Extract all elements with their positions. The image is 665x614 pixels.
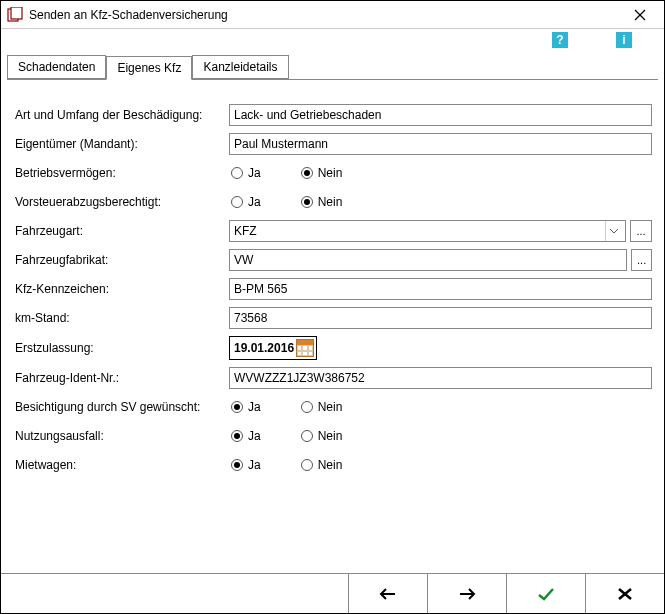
radio-lossuse-yes[interactable]: Ja [231,429,261,443]
radio-group-rental: Ja Nein [229,458,342,472]
radio-group-pretax: Ja Nein [229,195,342,209]
svg-rect-1 [11,7,22,19]
help-icon[interactable]: ? [552,32,568,48]
radio-group-lossuse: Ja Nein [229,429,342,443]
radio-lossuse-no[interactable]: Nein [301,429,343,443]
input-owner[interactable] [229,133,652,155]
radio-rental-no[interactable]: Nein [301,458,343,472]
calendar-icon[interactable] [296,339,314,357]
form-area: Art und Umfang der Beschädigung: Eigentü… [1,80,664,495]
label-inspect: Besichtigung durch SV gewünscht: [15,400,229,414]
radio-group-inspect: Ja Nein [229,400,342,414]
input-damage[interactable] [229,104,652,126]
input-km[interactable] [229,307,652,329]
footer-bar [1,573,664,613]
info-icon[interactable]: i [616,32,632,48]
radio-group-asset: Ja Nein [229,166,342,180]
input-vin[interactable] [229,367,652,389]
label-pretax: Vorsteuerabzugsberechtigt: [15,195,229,209]
label-asset: Betriebsvermögen: [15,166,229,180]
radio-inspect-yes[interactable]: Ja [231,400,261,414]
label-lossuse: Nutzungsausfall: [15,429,229,443]
label-owner: Eigentümer (Mandant): [15,137,229,151]
app-icon [7,7,23,23]
browse-make-button[interactable]: ... [631,249,652,271]
label-vtype: Fahrzeugart: [15,224,229,238]
select-vtype[interactable]: KFZ [229,220,626,242]
input-plate[interactable] [229,278,652,300]
radio-pretax-yes[interactable]: Ja [231,195,261,209]
next-button[interactable] [427,574,506,613]
label-plate: Kfz-Kennzeichen: [15,282,229,296]
label-make: Fahrzeugfabrikat: [15,253,229,267]
radio-asset-no[interactable]: Nein [301,166,343,180]
tab-schadendaten[interactable]: Schadendaten [7,55,106,79]
label-vin: Fahrzeug-Ident-Nr.: [15,371,229,385]
radio-asset-yes[interactable]: Ja [231,166,261,180]
chevron-down-icon [605,221,621,241]
select-vtype-value: KFZ [234,224,257,238]
tab-bar: Schadendaten Eigenes Kfz Kanzleidetails [1,51,664,79]
input-make[interactable] [229,249,627,271]
label-firstreg: Erstzulassung: [15,341,229,355]
cancel-button[interactable] [585,574,664,613]
radio-rental-yes[interactable]: Ja [231,458,261,472]
label-rental: Mietwagen: [15,458,229,472]
label-damage: Art und Umfang der Beschädigung: [15,108,229,122]
help-bar: ? i [1,29,664,51]
window-title: Senden an Kfz-Schadenversicherung [29,8,620,22]
back-button[interactable] [348,574,427,613]
title-bar: Senden an Kfz-Schadenversicherung [1,1,664,29]
radio-inspect-no[interactable]: Nein [301,400,343,414]
date-firstreg-value: 19.01.2016 [234,341,294,355]
browse-vtype-button[interactable]: ... [630,220,652,242]
date-firstreg[interactable]: 19.01.2016 [229,336,317,360]
tab-eigenes-kfz[interactable]: Eigenes Kfz [106,56,192,80]
tab-kanzleidetails[interactable]: Kanzleidetails [192,55,288,79]
label-km: km-Stand: [15,311,229,325]
confirm-button[interactable] [506,574,585,613]
close-button[interactable] [620,1,660,28]
radio-pretax-no[interactable]: Nein [301,195,343,209]
